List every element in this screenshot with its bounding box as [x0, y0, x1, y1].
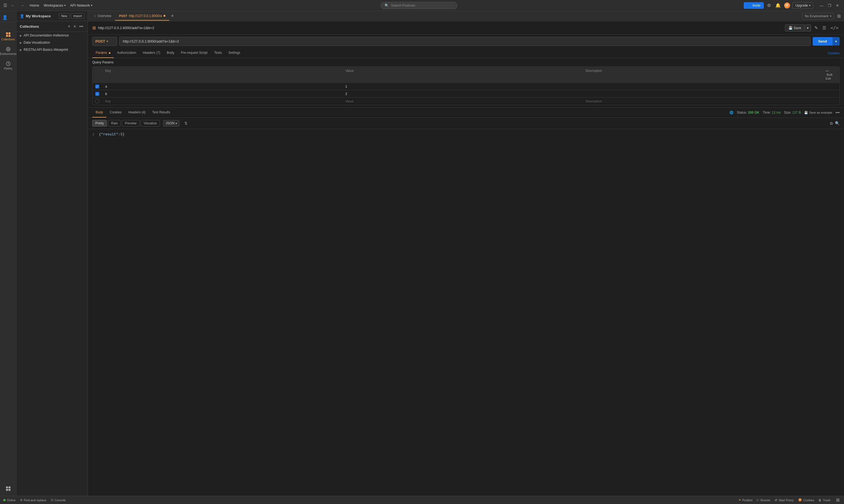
row1-value-cell[interactable]: 1: [343, 83, 583, 90]
time-value: 13 ms: [772, 111, 781, 114]
tab-body[interactable]: Body: [163, 48, 177, 58]
grid-status-icon[interactable]: ⊞: [835, 496, 841, 504]
col-key: Key: [102, 67, 343, 83]
trash-button[interactable]: 🗑 Trash: [819, 499, 830, 502]
forward-button[interactable]: →: [19, 2, 26, 9]
response-tab-cookies[interactable]: Cookies: [106, 108, 125, 118]
row1-desc-cell[interactable]: [583, 83, 823, 90]
send-button[interactable]: Send: [813, 37, 832, 46]
start-proxy-button[interactable]: ⇄ Start Proxy: [775, 498, 793, 502]
code-icon[interactable]: </>: [829, 24, 840, 32]
empty-actions-cell: [823, 98, 839, 105]
bulk-edit-button[interactable]: Bulk Edit: [826, 73, 832, 80]
tab-settings[interactable]: Settings: [225, 48, 243, 58]
sort-icon[interactable]: ⇅: [182, 120, 190, 127]
sidebar-item-history[interactable]: History: [1, 59, 15, 72]
upgrade-button[interactable]: Upgrade ▾: [792, 2, 813, 9]
row2-key-cell[interactable]: b: [102, 90, 343, 97]
search-placeholder: Search Postman: [391, 4, 415, 7]
bulk-edit-more[interactable]: •••: [826, 69, 829, 72]
send-dropdown-button[interactable]: ▾: [832, 37, 840, 46]
sidebar-item-collections[interactable]: Collections: [1, 30, 15, 43]
doc-icon[interactable]: ☰: [821, 24, 827, 32]
copy-response-button[interactable]: ⧉: [830, 121, 833, 126]
tab-overview[interactable]: ○ Overview: [90, 12, 115, 21]
home-nav[interactable]: Home: [28, 2, 41, 8]
collections-icon: [5, 32, 11, 37]
tab-bar: ○ Overview POST http://127.0.0.1:8000/a …: [88, 11, 844, 21]
cookies-link[interactable]: Cookies: [828, 51, 840, 55]
tab-authorization[interactable]: Authorization: [114, 48, 140, 58]
sidebar-item-environments[interactable]: Environments: [1, 44, 15, 58]
sidebar-icons: 👤 Collections Environments History: [0, 11, 16, 496]
empty-key-cell[interactable]: Key: [102, 98, 343, 105]
close-button[interactable]: ✕: [834, 2, 841, 9]
online-status[interactable]: Online: [3, 499, 16, 502]
cookies-status-button[interactable]: 🍪 Cookies: [798, 498, 814, 502]
row2-desc-cell[interactable]: [583, 90, 823, 97]
format-visualize-button[interactable]: Visualize: [141, 120, 160, 127]
environment-selector[interactable]: No Environment ▾: [802, 13, 834, 19]
search-bar[interactable]: 🔍 Search Postman: [380, 2, 458, 9]
row1-key-cell[interactable]: a: [102, 83, 343, 90]
response-more-button[interactable]: •••: [836, 110, 840, 115]
row2-checkbox[interactable]: ✓: [95, 92, 99, 96]
svg-rect-8: [8, 486, 11, 488]
menu-icon[interactable]: ☰: [3, 3, 7, 8]
response-tab-test-results[interactable]: Test Results: [149, 108, 173, 118]
tab-tests[interactable]: Tests: [211, 48, 225, 58]
json-colon: :: [118, 132, 120, 137]
workspaces-nav[interactable]: Workspaces ▾: [42, 2, 67, 8]
format-pretty-button[interactable]: Pretty: [92, 120, 107, 127]
format-preview-button[interactable]: Preview: [122, 120, 140, 127]
save-dropdown-button[interactable]: ▾: [805, 24, 811, 32]
runner-button[interactable]: ▷ Runner: [757, 498, 770, 502]
list-item[interactable]: ▶ Data Visualization: [16, 39, 88, 46]
add-tab-button[interactable]: +: [169, 13, 175, 19]
row2-value-cell[interactable]: 2: [343, 90, 583, 97]
format-raw-button[interactable]: Raw: [108, 120, 121, 127]
empty-checkbox[interactable]: [95, 100, 99, 103]
maximize-button[interactable]: ❐: [826, 2, 833, 9]
row1-checkbox[interactable]: ✓: [95, 85, 99, 88]
search-response-button[interactable]: 🔍: [835, 121, 840, 125]
console-button[interactable]: ⊡ Console: [51, 498, 66, 502]
minimize-button[interactable]: —: [818, 2, 825, 9]
environments-label: Environments: [0, 52, 16, 55]
col-value: Value: [343, 67, 583, 83]
collections-more-button[interactable]: •••: [78, 23, 84, 29]
api-network-nav[interactable]: API Network ▾: [68, 2, 94, 8]
method-select[interactable]: POST ▾: [92, 37, 117, 46]
collections-filter-button[interactable]: ≡: [72, 23, 77, 29]
response-tab-headers[interactable]: Headers (4): [125, 108, 149, 118]
url-display-icon: ⊞: [92, 25, 96, 31]
tab-active-request[interactable]: POST http://127.0.0.1:8000/a: [115, 12, 169, 21]
find-replace-icon: ⊘: [20, 498, 22, 502]
new-button[interactable]: New: [59, 13, 70, 19]
find-replace-button[interactable]: ⊘ Find and replace: [20, 498, 47, 502]
notification-icon[interactable]: 🔔: [774, 2, 782, 9]
request-tabs-right: Cookies: [828, 51, 840, 55]
save-example-button[interactable]: 💾 Save as example: [804, 111, 832, 114]
url-input[interactable]: [119, 37, 810, 46]
response-tab-body[interactable]: Body: [92, 108, 106, 118]
save-button[interactable]: 💾 Save: [785, 24, 805, 32]
edit-icon[interactable]: ✎: [813, 24, 819, 32]
json-format-select[interactable]: JSON ▾: [163, 120, 179, 127]
import-button[interactable]: Import: [71, 13, 84, 19]
empty-value-cell[interactable]: Value: [343, 98, 583, 105]
sidebar-item-more[interactable]: [1, 484, 15, 493]
settings-icon[interactable]: ⚙: [766, 2, 772, 9]
list-item[interactable]: ▶ RESTful API Basics #blueprint: [16, 46, 88, 53]
collections-add-button[interactable]: +: [67, 23, 71, 29]
tab-headers[interactable]: Headers (7): [140, 48, 163, 58]
postbot-button[interactable]: ✦ Postbot: [739, 498, 753, 502]
tab-params[interactable]: Params: [92, 48, 114, 58]
layout-icon[interactable]: ⊞: [836, 12, 842, 20]
tab-prerequest[interactable]: Pre-request Script: [177, 48, 211, 58]
empty-desc-cell[interactable]: Description: [583, 98, 823, 105]
back-button[interactable]: ←: [9, 2, 16, 9]
send-button-group: Send ▾: [813, 37, 840, 46]
list-item[interactable]: ▶ API Documentation #reference: [16, 32, 88, 39]
invite-button[interactable]: 👤 Invite: [744, 2, 764, 9]
